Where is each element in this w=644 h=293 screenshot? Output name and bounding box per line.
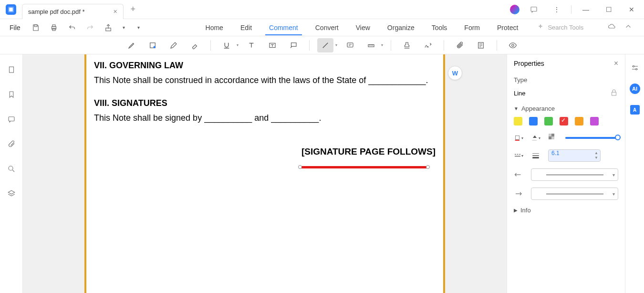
dash-style-picker[interactable]: ▾	[514, 151, 523, 160]
document-area[interactable]: VII. GOVERNING LAW This Note shall be co…	[23, 54, 507, 293]
pencil-tool[interactable]	[166, 38, 182, 52]
stamp-tool[interactable]	[399, 38, 415, 52]
svg-rect-23	[549, 134, 551, 136]
line-handle-left[interactable]	[298, 165, 302, 169]
word-badge-icon[interactable]: W	[448, 66, 462, 80]
thickness-field[interactable]	[551, 150, 591, 157]
menu-tab-edit[interactable]: Edit	[232, 20, 260, 35]
svg-rect-6	[52, 28, 55, 31]
new-tab-button[interactable]: +	[127, 4, 139, 15]
text-box-tool[interactable]	[264, 38, 280, 52]
print-button[interactable]	[48, 22, 60, 33]
underline-tool[interactable]	[218, 38, 235, 52]
menu-tab-protect[interactable]: Protect	[488, 20, 527, 35]
line-dropdown[interactable]: ▾	[335, 43, 337, 47]
maximize-button[interactable]: ☐	[600, 2, 617, 17]
stroke-color-picker[interactable]: ▾	[514, 133, 523, 143]
color-swatch-orange[interactable]	[575, 117, 583, 126]
lock-icon[interactable]	[610, 88, 618, 98]
minimize-button[interactable]: —	[577, 2, 594, 17]
attachments-button[interactable]	[6, 138, 17, 150]
opacity-picker[interactable]	[548, 133, 558, 143]
menu-tab-comment[interactable]: Comment	[260, 20, 307, 35]
end-arrow-icon	[514, 189, 523, 199]
menu-tab-convert[interactable]: Convert	[307, 20, 347, 35]
document-tab[interactable]: sample pdf doc.pdf * ×	[22, 4, 124, 19]
eraser-tool[interactable]	[187, 38, 203, 52]
svg-rect-21	[515, 140, 519, 141]
ai-button[interactable]: AI	[629, 83, 641, 94]
user-avatar[interactable]	[510, 5, 519, 14]
thickness-input[interactable]: ▲▼	[548, 149, 601, 162]
caret-right-icon: ▶	[514, 208, 518, 213]
redo-button[interactable]	[84, 22, 96, 33]
thickness-icon	[531, 151, 540, 160]
line-tool[interactable]	[317, 38, 333, 52]
hide-comments-tool[interactable]	[505, 38, 521, 52]
menu-tab-form[interactable]: Form	[456, 20, 488, 35]
thumbnails-button[interactable]	[6, 64, 17, 75]
page: VII. GOVERNING LAW This Note shall be co…	[84, 54, 445, 293]
properties-panel: Properties × Type Line ▼ Appearance	[507, 54, 625, 293]
color-swatch-red[interactable]	[560, 117, 568, 126]
layers-button[interactable]	[6, 188, 17, 199]
section-body: This Note shall be signed by __________ …	[94, 111, 436, 126]
area-highlight-tool[interactable]	[145, 38, 161, 52]
underline-dropdown[interactable]: ▾	[237, 43, 239, 47]
color-swatch-green[interactable]	[544, 117, 553, 126]
settings-icon[interactable]	[629, 62, 641, 73]
save-button[interactable]	[30, 22, 42, 33]
more-icon[interactable]: ⋮	[548, 2, 565, 17]
translate-icon[interactable]: A	[629, 104, 641, 115]
properties-close-button[interactable]: ×	[614, 59, 618, 68]
menu-tab-view[interactable]: View	[347, 20, 379, 35]
svg-rect-16	[9, 67, 13, 73]
color-swatch-yellow[interactable]	[514, 117, 522, 126]
comments-button[interactable]	[6, 114, 17, 125]
comment-icon[interactable]	[525, 2, 542, 17]
undo-button[interactable]	[66, 22, 78, 33]
line-handle-right[interactable]	[426, 165, 430, 169]
note-tool[interactable]	[342, 38, 358, 52]
sparkle-icon	[536, 23, 545, 32]
appearance-section-toggle[interactable]: ▼ Appearance	[514, 105, 618, 112]
search-tools-input[interactable]: Search Tools	[536, 23, 583, 32]
svg-rect-1	[9, 8, 13, 11]
end-arrow-combo[interactable]: ▾	[531, 188, 618, 200]
measure-tool[interactable]	[363, 38, 379, 52]
comments-panel-tool[interactable]	[473, 38, 489, 52]
attachment-tool[interactable]	[452, 38, 468, 52]
opacity-slider[interactable]	[565, 137, 618, 139]
svg-rect-11	[291, 42, 296, 46]
share-dropdown-icon[interactable]: ▾	[123, 25, 125, 30]
share-button[interactable]	[103, 22, 114, 33]
start-arrow-combo[interactable]: ▾	[531, 168, 618, 181]
qat-customize-icon[interactable]: ▾	[137, 25, 140, 30]
left-rail	[0, 54, 23, 293]
info-section-toggle[interactable]: ▶ Info	[514, 207, 618, 214]
tab-close-button[interactable]: ×	[114, 8, 117, 15]
line-annotation[interactable]	[300, 166, 428, 168]
menu-tab-home[interactable]: Home	[197, 20, 232, 35]
text-tool[interactable]	[243, 38, 260, 52]
svg-rect-20	[515, 136, 519, 139]
menu-tab-tools[interactable]: Tools	[423, 20, 456, 35]
color-swatch-blue[interactable]	[529, 117, 538, 126]
svg-rect-3	[34, 25, 37, 27]
highlight-tool[interactable]	[124, 38, 140, 52]
cloud-icon[interactable]	[608, 22, 616, 33]
callout-tool[interactable]	[285, 38, 301, 52]
svg-rect-19	[612, 92, 616, 95]
app-icon	[6, 4, 16, 15]
measure-dropdown[interactable]: ▾	[381, 43, 383, 47]
fill-color-picker[interactable]: ▾	[531, 133, 540, 143]
spinner-arrows[interactable]: ▲▼	[594, 151, 598, 160]
collapse-ribbon-icon[interactable]	[624, 22, 633, 33]
search-button[interactable]	[6, 163, 17, 175]
signature-tool[interactable]	[420, 38, 436, 52]
file-menu[interactable]: File	[4, 24, 26, 31]
close-button[interactable]: ✕	[623, 2, 640, 17]
menu-tab-organize[interactable]: Organize	[379, 20, 423, 35]
color-swatch-purple[interactable]	[590, 117, 599, 126]
bookmarks-button[interactable]	[6, 89, 17, 100]
